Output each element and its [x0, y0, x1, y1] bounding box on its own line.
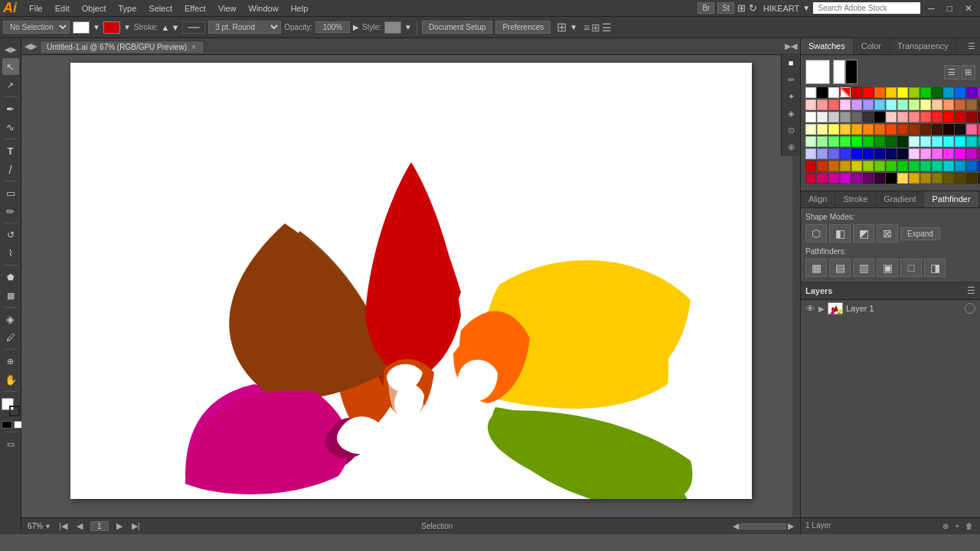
bar-chart-tool[interactable]: ▦: [2, 287, 19, 304]
tab-align[interactable]: Align: [801, 191, 835, 207]
divide-button[interactable]: ▦: [805, 259, 827, 277]
selection-dropdown[interactable]: No Selection: [3, 21, 70, 34]
panel-menu-icon[interactable]: ☰: [963, 38, 980, 54]
color-swatch[interactable]: [943, 136, 954, 147]
layer-target-circle[interactable]: [965, 303, 975, 314]
bridge-button[interactable]: Br: [697, 2, 714, 14]
color-swatch[interactable]: [897, 136, 908, 147]
color-swatch[interactable]: [909, 87, 920, 98]
color-swatch[interactable]: [955, 161, 965, 171]
color-swatch[interactable]: [920, 161, 931, 171]
tab-pathfinder[interactable]: Pathfinder: [924, 191, 978, 207]
color-swatch[interactable]: [966, 87, 977, 98]
opacity-dropdown[interactable]: ▶: [353, 23, 359, 31]
color-swatch[interactable]: [817, 112, 828, 122]
color-swatch[interactable]: [932, 148, 942, 159]
color-swatch[interactable]: [851, 161, 862, 171]
stroke-dropdown[interactable]: ▼: [123, 23, 131, 31]
prev-artboard-button[interactable]: ◀: [733, 521, 739, 531]
color-swatch[interactable]: [840, 124, 851, 135]
color-swatch[interactable]: [955, 99, 965, 110]
sync-icon[interactable]: ↻: [749, 2, 757, 14]
color-swatch[interactable]: [805, 173, 816, 184]
workspace-icon[interactable]: ⊞: [737, 2, 746, 14]
exclude-button[interactable]: ⊠: [877, 224, 898, 243]
menu-effect[interactable]: Effect: [178, 2, 212, 15]
prev-page-button[interactable]: ◀: [75, 521, 84, 531]
intersect-button[interactable]: ◩: [853, 224, 874, 243]
minus-back-button[interactable]: ◨: [924, 259, 946, 277]
color-swatch[interactable]: [828, 173, 839, 184]
hand-tool[interactable]: ✋: [2, 371, 19, 388]
color-swatch[interactable]: [863, 136, 874, 147]
color-swatch[interactable]: [863, 173, 874, 184]
arrange-icon[interactable]: ⊞: [557, 20, 567, 34]
color-swatch[interactable]: [840, 161, 851, 171]
opacity-input[interactable]: [315, 21, 350, 33]
draw-mode-icon[interactable]: ▭: [2, 435, 19, 452]
color-swatch[interactable]: [817, 173, 828, 184]
document-setup-button[interactable]: Document Setup: [422, 21, 493, 34]
color-swatch[interactable]: [863, 124, 874, 135]
color-swatch[interactable]: [966, 148, 977, 159]
color-swatch[interactable]: [828, 136, 839, 147]
color-swatch[interactable]: [966, 124, 977, 135]
color-swatch[interactable]: [828, 124, 839, 135]
color-swatch[interactable]: [886, 136, 897, 147]
stroke-style-select[interactable]: 3 pt. Round: [208, 21, 281, 34]
tab-close-button[interactable]: ×: [191, 43, 196, 51]
shape-builder-tool[interactable]: ⬟: [2, 269, 19, 285]
color-swatch[interactable]: [805, 99, 816, 110]
color-swatch[interactable]: [874, 173, 885, 184]
color-swatch[interactable]: [863, 112, 874, 122]
last-page-button[interactable]: ▶|: [130, 521, 142, 531]
gradient-swatch[interactable]: [833, 60, 858, 84]
swatches-side-icon[interactable]: ■: [783, 55, 799, 70]
color-swatch[interactable]: [932, 136, 942, 147]
menu-object[interactable]: Object: [76, 2, 113, 15]
panel-left-arrow[interactable]: ◀▶: [24, 41, 37, 51]
color-swatch[interactable]: [805, 87, 816, 98]
color-swatch[interactable]: [863, 99, 874, 110]
color-swatch[interactable]: [828, 87, 839, 98]
color-swatch[interactable]: [932, 124, 942, 135]
menu-view[interactable]: View: [212, 2, 243, 15]
color-swatch[interactable]: [840, 112, 851, 122]
symbols-side-icon[interactable]: ✦: [783, 89, 799, 104]
swatch-grid-view[interactable]: ⊞: [961, 65, 975, 80]
color-swatch[interactable]: [828, 112, 839, 122]
stroke-up[interactable]: ▲: [162, 23, 170, 32]
color-swatch[interactable]: [966, 173, 977, 184]
maximize-button[interactable]: □: [942, 3, 957, 14]
transform-icon[interactable]: ⊕: [783, 139, 799, 155]
color-swatch[interactable]: [840, 173, 851, 184]
color-swatch[interactable]: [874, 99, 885, 110]
paint-tool[interactable]: ✏: [2, 203, 19, 220]
color-swatch[interactable]: [828, 148, 839, 159]
line-tool[interactable]: /: [2, 161, 19, 178]
first-page-button[interactable]: |◀: [57, 521, 69, 531]
direct-select-tool[interactable]: ↗: [2, 77, 19, 93]
document-tab[interactable]: Untitled-1.ai @ 67% (RGB/GPU Preview) ×: [40, 41, 204, 53]
list-view-icon[interactable]: ≡: [583, 21, 590, 34]
color-swatch[interactable]: [909, 136, 920, 147]
fill-color-swatch[interactable]: [73, 21, 90, 34]
color-swatch[interactable]: [840, 136, 851, 147]
color-swatch[interactable]: [966, 161, 977, 171]
appear-icon[interactable]: ⊙: [783, 122, 799, 138]
zoom-value[interactable]: 67%: [28, 522, 43, 530]
color-swatch[interactable]: [897, 148, 908, 159]
color-swatch[interactable]: [955, 148, 965, 159]
color-swatch[interactable]: [955, 124, 965, 135]
stroke-color-swatch[interactable]: [103, 21, 120, 34]
panel-collapse-icon[interactable]: ◀▶: [3, 41, 18, 57]
minimize-button[interactable]: ─: [923, 3, 939, 14]
menu-window[interactable]: Window: [243, 2, 285, 15]
next-artboard-button[interactable]: ▶: [788, 521, 794, 531]
brush-side-icon[interactable]: ✏: [783, 72, 799, 87]
page-input[interactable]: 1: [90, 521, 109, 531]
color-swatch[interactable]: [909, 99, 920, 110]
color-swatch[interactable]: [863, 148, 874, 159]
color-swatch[interactable]: [966, 136, 977, 147]
expand-button[interactable]: Expand: [900, 227, 940, 240]
